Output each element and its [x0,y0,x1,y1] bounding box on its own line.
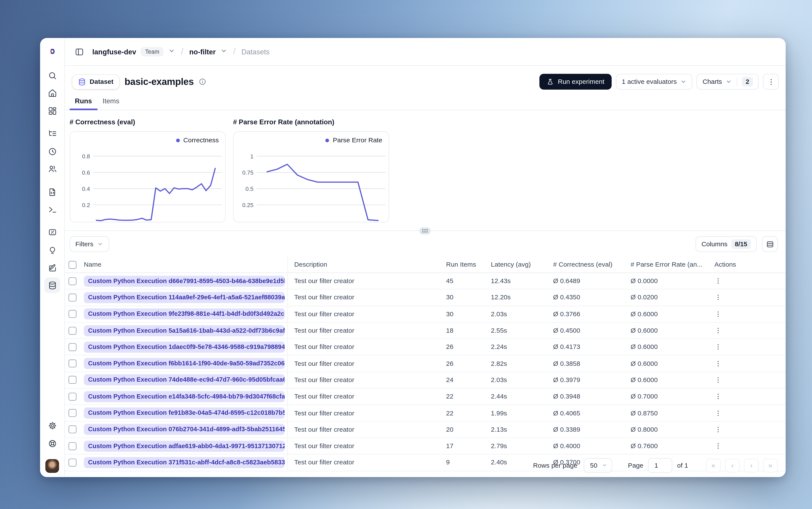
row-checkbox[interactable] [68,360,76,368]
table-row[interactable]: Custom Python Execution f6bb1614-1f90-40… [65,355,785,372]
row-checkbox[interactable] [68,409,76,417]
tracing-tree-icon[interactable] [44,126,60,141]
table-row[interactable]: Custom Python Execution d66e7991-8595-45… [65,273,785,290]
row-kebab-button[interactable] [714,426,722,433]
table-row[interactable]: Custom Python Execution fe91b83e-04a5-47… [65,405,785,421]
table-row[interactable]: Custom Python Execution e14fa348-5cfc-49… [65,388,785,405]
run-description: Test our filter creator [288,438,446,454]
panel-left-icon[interactable] [73,46,85,58]
home-icon[interactable] [44,85,60,101]
evaluators-dropdown[interactable]: 1 active evaluators [616,74,692,90]
database-icon[interactable] [44,277,60,293]
run-name-link[interactable]: Custom Python Execution d66e7991-8595-45… [84,275,285,286]
row-checkbox[interactable] [68,442,76,450]
run-items-value: 24 [446,372,491,388]
run-name-link[interactable]: Custom Python Execution 9fe23f98-881e-44… [84,308,285,319]
dashboard-icon[interactable] [44,103,60,119]
run-name-link[interactable]: Custom Python Execution 076b2704-341d-48… [84,424,285,435]
run-name-link[interactable]: Custom Python Execution e14fa348-5cfc-49… [84,391,285,402]
column-header-description[interactable]: Description [288,257,446,272]
column-header-correctness[interactable]: # Correctness (eval) [553,257,631,272]
users-icon[interactable] [44,161,60,176]
drag-handle-icon[interactable] [419,227,431,235]
row-kebab-button[interactable] [714,310,722,318]
row-kebab-button[interactable] [714,294,722,301]
column-header-run-items[interactable]: Run Items [446,257,491,272]
kebab-icon [714,310,722,318]
run-name-link[interactable]: Custom Python Execution f6bb1614-1f90-40… [84,358,285,369]
table-row[interactable]: Custom Python Execution adfae619-abb0-4d… [65,438,785,454]
row-kebab-button[interactable] [714,442,722,450]
column-header-latency[interactable]: Latency (avg) [491,257,553,272]
table-row[interactable]: Custom Python Execution 114aa9ef-29e6-4e… [65,290,785,306]
row-kebab-button[interactable] [714,376,722,384]
search-icon[interactable] [44,68,60,83]
terminal-icon[interactable] [44,201,60,217]
last-page-button[interactable]: » [763,458,778,472]
table-row[interactable]: Custom Python Execution 5a15a616-1bab-44… [65,323,785,339]
chevron-down-icon [602,462,607,468]
select-all-checkbox[interactable] [68,261,76,269]
chart-title: # Correctness (eval) [70,118,226,126]
run-experiment-button[interactable]: Run experiment [539,74,612,90]
column-header-parse-error[interactable]: # Parse Error Rate (an... [631,257,708,272]
filters-button[interactable]: Filters [70,236,109,252]
kebab-icon [714,360,722,367]
next-page-button[interactable]: › [744,458,759,472]
score-percent-icon[interactable] [44,224,60,240]
run-name-link[interactable]: Custom Python Execution 5a15a616-1bab-44… [84,325,285,336]
settings-gear-icon[interactable] [44,417,60,433]
run-name-link[interactable]: Custom Python Execution 1daec0f9-5e78-43… [84,342,285,352]
row-checkbox[interactable] [68,343,76,351]
first-page-button[interactable]: « [706,458,721,472]
chevron-down-icon[interactable] [221,47,228,57]
prev-page-button[interactable]: ‹ [725,458,740,472]
columns-button[interactable]: Columns 8/15 [696,236,757,252]
row-checkbox[interactable] [68,310,76,318]
charts-dropdown[interactable]: Charts 2 [697,74,759,90]
row-kebab-button[interactable] [714,360,722,367]
row-kebab-button[interactable] [714,343,722,351]
file-code-icon[interactable] [44,184,60,200]
row-checkbox[interactable] [68,277,76,285]
run-name-link[interactable]: Custom Python Execution adfae619-abb0-4d… [84,441,285,451]
row-checkbox[interactable] [68,393,76,401]
run-parse-error-value: Ø 0.6000 [631,355,708,372]
tab-items[interactable]: Items [97,95,125,110]
column-header-name[interactable]: Name [82,257,288,272]
tab-runs[interactable]: Runs [70,95,97,110]
table-row[interactable]: Custom Python Execution 74de488e-ec9d-47… [65,372,785,388]
row-checkbox[interactable] [68,426,76,434]
annotation-pen-icon[interactable] [44,260,60,276]
row-checkbox[interactable] [68,376,76,384]
clock-icon[interactable] [44,143,60,159]
row-kebab-button[interactable] [714,327,722,334]
row-kebab-button[interactable] [714,393,722,400]
row-kebab-button[interactable] [714,277,722,285]
header-kebab-button[interactable] [763,74,779,90]
info-icon[interactable] [199,78,206,86]
project-name[interactable]: no-filter [189,48,216,56]
run-name-link[interactable]: Custom Python Execution fe91b83e-04a5-47… [84,407,285,418]
langfuse-logo[interactable] [44,43,60,59]
org-name[interactable]: langfuse-dev [92,48,136,56]
chart-card: 10.750.50.25 Parse Error Rate [233,131,389,223]
table-row[interactable]: Custom Python Execution 1daec0f9-5e78-43… [65,339,785,355]
rows-per-page-select[interactable]: 50 [584,458,612,473]
row-checkbox[interactable] [68,327,76,335]
support-lifebuoy-icon[interactable] [44,435,60,451]
breadcrumb-section[interactable]: Datasets [241,48,270,56]
table-row[interactable]: Custom Python Execution 9fe23f98-881e-44… [65,306,785,323]
user-avatar[interactable] [45,459,59,473]
lightbulb-icon[interactable] [44,243,60,259]
page-number-input[interactable] [648,458,672,473]
row-checkbox[interactable] [68,294,76,302]
row-height-button[interactable] [762,236,778,252]
database-icon [78,78,86,86]
dataset-badge: Dataset [72,74,119,89]
run-name-link[interactable]: Custom Python Execution 74de488e-ec9d-47… [84,374,285,385]
table-row[interactable]: Custom Python Execution 076b2704-341d-48… [65,421,785,438]
chevron-down-icon[interactable] [168,47,175,57]
row-kebab-button[interactable] [714,409,722,417]
run-name-link[interactable]: Custom Python Execution 114aa9ef-29e6-4e… [84,292,285,303]
